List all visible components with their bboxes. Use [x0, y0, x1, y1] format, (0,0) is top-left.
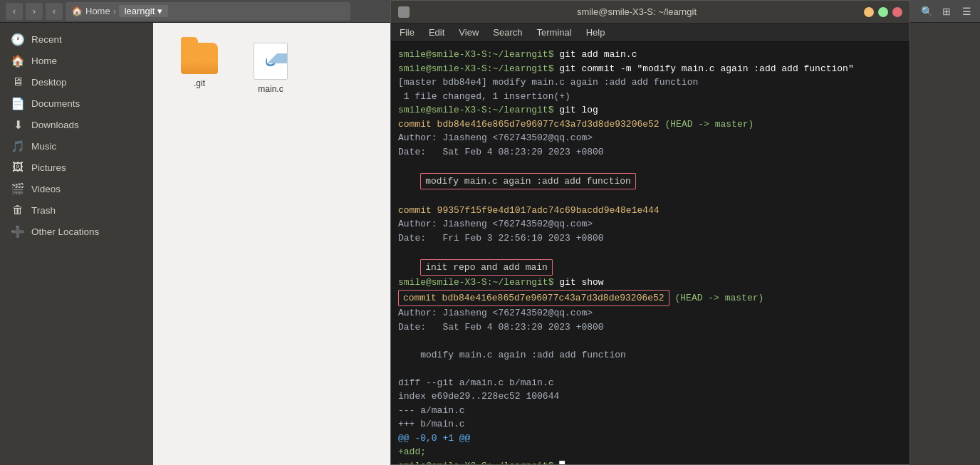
file-label-git: .git	[194, 78, 205, 88]
terminal-menu-file[interactable]: File	[397, 26, 417, 39]
forward-button[interactable]: ›	[26, 3, 43, 20]
file-item-mainc[interactable]: C main.c	[239, 37, 303, 100]
home-sidebar-icon: 🏠	[11, 54, 24, 67]
terminal-body[interactable]: smile@smile-X3-S:~/learngit$ git add mai…	[391, 42, 909, 464]
sidebar-item-trash[interactable]: 🗑 Trash	[0, 199, 153, 221]
folder-icon-git	[181, 43, 218, 74]
sidebar-item-home[interactable]: 🏠 Home	[0, 50, 153, 71]
sidebar: 🕐 Recent 🏠 Home 🖥 Desktop 📄 Documents ⬇ …	[0, 23, 153, 465]
main-area: 🕐 Recent 🏠 Home 🖥 Desktop 📄 Documents ⬇ …	[0, 23, 980, 465]
breadcrumb: 🏠 Home › learngit ▾	[66, 2, 350, 21]
home-label: Home	[85, 6, 110, 16]
sidebar-item-trash-label: Trash	[31, 205, 56, 216]
terminal-menu-edit[interactable]: Edit	[426, 26, 447, 39]
documents-icon: 📄	[11, 97, 24, 110]
breadcrumb-home[interactable]: 🏠 Home	[71, 6, 110, 16]
sidebar-item-documents[interactable]: 📄 Documents	[0, 93, 153, 114]
c-file-letter: C	[265, 52, 276, 70]
sidebar-item-desktop[interactable]: 🖥 Desktop	[0, 71, 153, 93]
sidebar-item-documents-label: Documents	[31, 98, 80, 109]
terminal-menu-view[interactable]: View	[456, 26, 481, 39]
add-location-icon: ➕	[11, 225, 24, 238]
sidebar-item-pictures-label: Pictures	[31, 162, 66, 173]
back-button[interactable]: ‹	[6, 3, 23, 20]
sidebar-item-other-label: Other Locations	[31, 226, 99, 237]
sidebar-item-videos[interactable]: 🎬 Videos	[0, 178, 153, 199]
up-button[interactable]: ‹	[46, 3, 63, 20]
sidebar-item-music[interactable]: 🎵 Music	[0, 135, 153, 157]
desktop-icon: 🖥	[11, 75, 24, 88]
trash-icon: 🗑	[11, 204, 24, 216]
search-button[interactable]: 🔍	[919, 4, 934, 19]
breadcrumb-separator: ›	[113, 6, 116, 16]
sidebar-item-other-locations[interactable]: ➕ Other Locations	[0, 221, 153, 242]
sidebar-item-downloads[interactable]: ⬇ Downloads	[0, 114, 153, 135]
menu-button[interactable]: ☰	[959, 4, 974, 19]
chevron-down-icon: ▾	[157, 6, 162, 16]
sidebar-item-music-label: Music	[31, 141, 56, 152]
sidebar-item-pictures[interactable]: 🖼 Pictures	[0, 157, 153, 178]
videos-icon: 🎬	[11, 182, 24, 195]
terminal-menu-help[interactable]: Help	[583, 26, 608, 39]
sidebar-item-recent[interactable]: 🕐 Recent	[0, 28, 153, 50]
topbar-actions: 🔍 ⊞ ☰	[919, 4, 974, 19]
pictures-icon: 🖼	[11, 161, 24, 174]
breadcrumb-current-folder: learngit ▾	[119, 5, 169, 17]
sidebar-item-desktop-label: Desktop	[31, 77, 67, 88]
sidebar-item-videos-label: Videos	[31, 184, 61, 194]
music-icon: 🎵	[11, 140, 24, 152]
file-label-mainc: main.c	[258, 84, 283, 94]
current-folder-label: learngit	[125, 6, 155, 16]
c-file-icon-mainc: C	[254, 43, 288, 80]
downloads-icon: ⬇	[11, 118, 24, 131]
terminal-window: smile@smile-X3-S: ~/learngit File Edit V…	[390, 23, 910, 465]
terminal-menubar: File Edit View Search Terminal Help	[391, 23, 909, 42]
file-item-git[interactable]: .git	[167, 37, 231, 100]
terminal-menu-search[interactable]: Search	[490, 26, 525, 39]
sidebar-item-downloads-label: Downloads	[31, 120, 79, 130]
sidebar-item-recent-label: Recent	[31, 34, 62, 45]
sidebar-item-home-label: Home	[31, 56, 57, 66]
recent-icon: 🕐	[11, 33, 24, 46]
view-toggle-button[interactable]: ⊞	[939, 4, 954, 19]
home-icon: 🏠	[71, 6, 83, 16]
terminal-menu-terminal[interactable]: Terminal	[534, 26, 575, 39]
